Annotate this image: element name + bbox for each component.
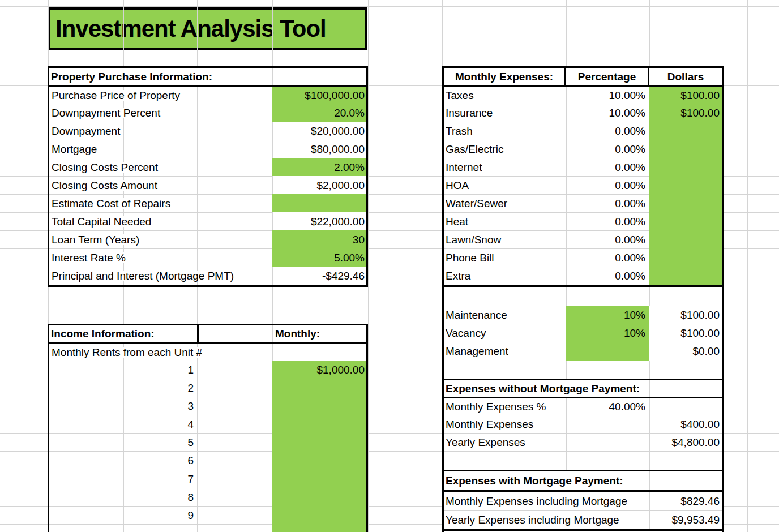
expense-dollars-cell[interactable] — [652, 248, 720, 267]
unit-rent-cell[interactable] — [275, 470, 365, 488]
expenses-without-value-cell[interactable]: $400.00 — [652, 415, 720, 433]
unit-number-cell[interactable]: 9 — [126, 506, 194, 524]
expenses-without-label-cell[interactable]: Monthly Expenses % — [446, 398, 564, 415]
unit-rent-cell[interactable]: $1,000.00 — [275, 361, 365, 379]
expenses-without-value-cell[interactable]: $4,800.00 — [652, 433, 720, 451]
unit-number-cell[interactable]: 8 — [126, 488, 194, 506]
unit-rent-cell[interactable] — [275, 379, 365, 397]
property-value-cell[interactable]: $2,000.00 — [275, 176, 365, 194]
property-value-cell[interactable]: $20,000.00 — [275, 122, 365, 140]
expense-percentage-cell[interactable]: 0.00% — [568, 158, 645, 176]
expense-percentage-cell[interactable]: 10.00% — [568, 87, 645, 104]
expense-extra-label-cell[interactable]: Maintenance — [446, 306, 564, 324]
expenses-without-label-cell[interactable]: Monthly Expenses — [446, 415, 564, 433]
unit-number-cell[interactable]: 1 — [126, 361, 194, 379]
unit-number-cell[interactable]: 2 — [126, 379, 194, 397]
expense-dollars-cell[interactable] — [652, 122, 720, 140]
expense-percentage-cell[interactable]: 0.00% — [568, 212, 645, 230]
unit-rent-cell[interactable] — [275, 451, 365, 470]
expense-label-cell[interactable]: Water/Sewer — [446, 194, 564, 212]
expense-dollars-cell[interactable]: $100.00 — [652, 104, 720, 122]
property-value-cell[interactable]: 5.00% — [275, 248, 365, 267]
title-cell[interactable]: Investment Analysis Tool — [48, 7, 367, 50]
property-value-cell[interactable]: 30 — [275, 230, 365, 248]
expense-label-cell[interactable]: Insurance — [446, 104, 564, 122]
expense-percentage-cell[interactable]: 0.00% — [568, 194, 645, 212]
expense-dollars-cell[interactable] — [652, 140, 720, 158]
unit-rent-cell[interactable] — [275, 506, 365, 524]
property-label-cell[interactable]: Downpayment Percent — [50, 104, 277, 122]
unit-rent-cell[interactable] — [275, 397, 365, 415]
expense-label-cell[interactable]: Internet — [446, 158, 564, 176]
unit-rent-cell[interactable] — [275, 415, 365, 433]
expense-label-cell[interactable]: Taxes — [446, 87, 564, 104]
income-table-header-cell[interactable]: Income Information: — [51, 325, 196, 342]
expense-percentage-cell[interactable]: 0.00% — [568, 140, 645, 158]
property-label-cell[interactable]: Total Capital Needed — [50, 212, 277, 230]
property-label-cell[interactable]: Closing Costs Percent — [50, 158, 277, 176]
expense-percentage-cell[interactable]: 10.00% — [568, 104, 645, 122]
expense-dollars-cell[interactable] — [652, 267, 720, 285]
expenses-without-mortgage-header-cell[interactable]: Expenses without Mortgage Payment: — [446, 380, 661, 397]
expense-extra-percentage-cell[interactable]: 10% — [568, 306, 645, 324]
unit-number-cell[interactable]: 7 — [126, 470, 194, 488]
expense-label-cell[interactable]: Trash — [446, 122, 564, 140]
property-label-cell[interactable]: Interest Rate % — [50, 248, 277, 267]
expenses-with-value-cell[interactable]: $829.46 — [652, 492, 720, 510]
property-label-cell[interactable]: Principal and Interest (Mortgage PMT) — [50, 267, 277, 285]
expense-label-cell[interactable]: Lawn/Snow — [446, 230, 564, 248]
expense-label-cell[interactable]: Heat — [446, 212, 564, 230]
expenses-with-label-cell[interactable]: Yearly Expenses including Mortgage — [446, 510, 648, 529]
expense-extra-dollars-cell[interactable]: $100.00 — [652, 324, 720, 342]
expenses-header-cell[interactable]: Monthly Expenses: — [444, 68, 564, 85]
income-subheader-cell[interactable]: Monthly Rents from each Unit # — [50, 344, 272, 361]
dollars-header-cell[interactable]: Dollars — [649, 68, 722, 85]
property-value-cell[interactable] — [275, 194, 365, 212]
percentage-header-cell[interactable]: Percentage — [566, 68, 648, 85]
unit-rent-cell[interactable] — [275, 488, 365, 506]
income-monthly-header-cell[interactable]: Monthly: — [275, 325, 365, 342]
expense-percentage-cell[interactable]: 0.00% — [568, 248, 645, 267]
property-value-cell[interactable]: 2.00% — [275, 158, 365, 176]
expenses-with-label-cell[interactable]: Monthly Expenses including Mortgage — [446, 492, 648, 510]
expense-label-cell[interactable]: Phone Bill — [446, 248, 564, 267]
property-label-cell[interactable]: Loan Term (Years) — [50, 230, 277, 248]
property-label-cell[interactable]: Purchase Price of Property — [50, 87, 277, 104]
expense-extra-percentage-cell[interactable] — [568, 342, 645, 361]
expense-dollars-cell[interactable] — [652, 158, 720, 176]
unit-number-cell[interactable]: 6 — [126, 451, 194, 470]
expense-extra-label-cell[interactable]: Vacancy — [446, 324, 564, 342]
expense-dollars-cell[interactable] — [652, 176, 720, 194]
expense-dollars-cell[interactable] — [652, 230, 720, 248]
property-value-cell[interactable]: 20.0% — [275, 104, 365, 122]
expense-percentage-cell[interactable]: 0.00% — [568, 230, 645, 248]
expenses-with-value-cell[interactable]: $9,953.49 — [652, 510, 720, 529]
expense-dollars-cell[interactable] — [652, 212, 720, 230]
expenses-without-value-cell[interactable] — [652, 398, 720, 415]
expense-label-cell[interactable]: Gas/Electric — [446, 140, 564, 158]
property-value-cell[interactable]: $22,000.00 — [275, 212, 365, 230]
property-value-cell[interactable]: -$429.46 — [275, 267, 365, 285]
expense-label-cell[interactable]: Extra — [446, 267, 564, 285]
expenses-without-percentage-cell[interactable] — [568, 433, 645, 451]
property-value-cell[interactable]: $80,000.00 — [275, 140, 365, 158]
expense-percentage-cell[interactable]: 0.00% — [568, 176, 645, 194]
expense-extra-percentage-cell[interactable]: 10% — [568, 324, 645, 342]
expense-percentage-cell[interactable]: 0.00% — [568, 122, 645, 140]
expense-percentage-cell[interactable]: 0.00% — [568, 267, 645, 285]
unit-number-cell[interactable]: 3 — [126, 397, 194, 415]
unit-number-cell[interactable]: 5 — [126, 433, 194, 451]
property-label-cell[interactable]: Closing Costs Amount — [50, 176, 277, 194]
expenses-without-percentage-cell[interactable] — [568, 415, 645, 433]
expenses-without-percentage-cell[interactable]: 40.00% — [568, 398, 645, 415]
expenses-with-mortgage-header-cell[interactable]: Expenses with Mortgage Payment: — [446, 471, 661, 490]
property-label-cell[interactable]: Downpayment — [50, 122, 277, 140]
expense-extra-dollars-cell[interactable]: $0.00 — [652, 342, 720, 361]
unit-rent-cell[interactable] — [275, 433, 365, 451]
expense-label-cell[interactable]: HOA — [446, 176, 564, 194]
unit-number-cell[interactable]: 4 — [126, 415, 194, 433]
expenses-without-label-cell[interactable]: Yearly Expenses — [446, 433, 564, 451]
expense-extra-label-cell[interactable]: Management — [446, 342, 564, 361]
property-table-header-cell[interactable]: Property Purchase Information: — [51, 68, 266, 85]
expense-extra-dollars-cell[interactable]: $100.00 — [652, 306, 720, 324]
